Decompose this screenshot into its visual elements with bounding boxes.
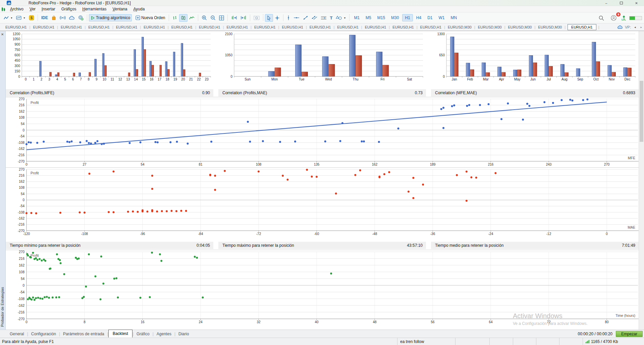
- tabs-scroll-right[interactable]: ▸: [639, 25, 643, 29]
- menu-item-insertar[interactable]: Insertar: [39, 6, 58, 12]
- tester-tab-par-metros-de-entrada[interactable]: Parámetros de entrada: [60, 331, 107, 337]
- cloud-button[interactable]: [67, 14, 76, 21]
- chart-tab[interactable]: EURUSD,H1: [59, 24, 84, 30]
- chart-tab-active[interactable]: EURUSD,H1: [568, 24, 596, 30]
- minimize-button[interactable]: –: [599, 0, 614, 6]
- vps-label[interactable]: VP:: [625, 25, 631, 29]
- chart-tab[interactable]: EURUSD,M30: [536, 24, 564, 30]
- trendline-tool-button[interactable]: [301, 14, 310, 21]
- vps-button[interactable]: [76, 14, 85, 22]
- chart-tab[interactable]: EURUSD,H1: [418, 24, 444, 30]
- text-tool-button[interactable]: T: [328, 14, 334, 22]
- tile-windows-button[interactable]: [217, 14, 226, 22]
- chart-tab[interactable]: EURUSD,H1: [114, 24, 140, 30]
- line-mode-icon: [189, 15, 195, 20]
- tester-tab-general[interactable]: General: [7, 331, 27, 337]
- menu-item-ver[interactable]: Ver: [26, 6, 39, 12]
- cursor-icon: [267, 15, 271, 20]
- timeframe-w1[interactable]: W1: [436, 14, 447, 21]
- timeframe-m1[interactable]: M1: [351, 14, 362, 21]
- deposit-button[interactable]: $: [27, 14, 36, 22]
- close-button[interactable]: ✕: [629, 0, 644, 6]
- tester-tab-diario[interactable]: Diario: [175, 331, 192, 337]
- cursor-tool-button[interactable]: [265, 14, 273, 22]
- svg-text:80: 80: [605, 320, 609, 324]
- start-button[interactable]: Empezar: [616, 331, 643, 337]
- menu-item-herramientas[interactable]: Herramientas: [79, 6, 109, 12]
- chart-tab[interactable]: EURUSD,H1: [31, 24, 56, 30]
- menu-item-ayuda[interactable]: Ayuda: [130, 6, 148, 12]
- tester-close-icon[interactable]: ✕: [1, 33, 4, 36]
- candles-mode-button[interactable]: [179, 14, 187, 22]
- chart-type-button[interactable]: ▼: [2, 14, 14, 21]
- shift-back-button[interactable]: [239, 14, 248, 21]
- chart-tab[interactable]: EURUSD,H1: [225, 24, 250, 30]
- svg-text:216: 216: [19, 174, 24, 177]
- chart-tab[interactable]: EURUSD,H1: [308, 24, 333, 30]
- menu-item-ventana[interactable]: Ventana: [109, 6, 130, 12]
- svg-text:Fri: Fri: [381, 77, 385, 81]
- tester-scrollbar[interactable]: [639, 31, 644, 330]
- chart-tab[interactable]: EURUSD,H1: [86, 24, 112, 30]
- chart-tab[interactable]: EURUSD,H1: [363, 24, 388, 30]
- chart-tab[interactable]: EURUSD,H1: [3, 24, 29, 30]
- tabs-scroll-left[interactable]: ◂: [633, 25, 637, 29]
- timeframe-m5[interactable]: M5: [363, 14, 374, 21]
- ide-button[interactable]: IDE: [40, 14, 50, 21]
- chart-tab[interactable]: EURUSD,H1: [142, 24, 167, 30]
- svg-text:0: 0: [22, 198, 24, 202]
- chart-tab[interactable]: EURUSD,H1: [390, 24, 416, 30]
- chart-tab[interactable]: EURUSD,H1: [280, 24, 305, 30]
- menu-item-archivo[interactable]: Archivo: [7, 6, 26, 12]
- timeframe-m15[interactable]: M15: [375, 14, 388, 21]
- chart-tab[interactable]: EURUSD,H1: [335, 24, 361, 30]
- timeframe-h4[interactable]: H4: [414, 14, 424, 21]
- market-button[interactable]: [50, 14, 58, 22]
- timeframe-m30[interactable]: M30: [388, 14, 401, 21]
- scrollbar-thumb[interactable]: [640, 81, 643, 142]
- timeframe-mn[interactable]: MN: [448, 14, 460, 21]
- chart-tab[interactable]: EURUSD,M30: [506, 24, 534, 30]
- zoom-in-button[interactable]: [200, 14, 209, 22]
- zoom-out-button[interactable]: [209, 14, 217, 22]
- signals-button[interactable]: [58, 14, 67, 21]
- avatar-icon: [611, 15, 616, 21]
- status-connection-cell[interactable]: 1165 / 4700 Kb: [583, 338, 644, 345]
- svg-text:17: 17: [158, 77, 162, 81]
- chart-tab[interactable]: EURUSD,M30: [476, 24, 504, 30]
- screenshot-button[interactable]: [252, 14, 261, 22]
- hline-tool-button[interactable]: [292, 15, 301, 21]
- chart-tab[interactable]: EURUSD,H1: [197, 24, 222, 30]
- timeframe-d1[interactable]: D1: [425, 14, 435, 21]
- menu-item-gráficos[interactable]: Gráficos: [58, 6, 79, 12]
- svg-text:270: 270: [604, 163, 610, 166]
- search-button[interactable]: [597, 14, 606, 22]
- vline-tool-button[interactable]: [285, 14, 292, 22]
- algo-trading-button[interactable]: Trading algorítmico: [89, 14, 132, 21]
- svg-text:23: 23: [205, 77, 209, 81]
- shapes-tool-button[interactable]: ▼: [334, 14, 347, 21]
- shift-end-button[interactable]: [229, 14, 239, 21]
- holding-time-strip: Tiempo mínimo para retener la posición0:…: [6, 242, 639, 249]
- profile-button[interactable]: 9: [609, 14, 618, 22]
- vps-cloud-icon[interactable]: [618, 25, 623, 29]
- timeframe-h1[interactable]: H1: [402, 14, 413, 21]
- line-mode-button[interactable]: [187, 14, 196, 21]
- chart-tab[interactable]: EURUSD,M30: [446, 24, 474, 30]
- tester-tab-agentes[interactable]: Agentes: [154, 331, 174, 337]
- new-chart-button[interactable]: ▼: [14, 14, 27, 21]
- tester-tab-configuraci-n[interactable]: Configuración: [28, 331, 59, 337]
- chart-tab[interactable]: EURUSD,H1: [169, 24, 195, 30]
- channel-tool-button[interactable]: [310, 14, 319, 21]
- crosshair-tool-button[interactable]: [273, 14, 281, 22]
- bars-mode-button[interactable]: [171, 14, 179, 22]
- chevron-down-icon: ▼: [23, 17, 25, 19]
- tester-tab-backtest[interactable]: Backtest: [108, 330, 132, 338]
- svg-text:-216: -216: [18, 153, 24, 157]
- maximize-button[interactable]: [614, 0, 629, 6]
- new-order-button[interactable]: Nueva Orden: [134, 14, 167, 21]
- chart-tab[interactable]: EURUSD,H1: [252, 24, 278, 30]
- tester-tab-gr-fico[interactable]: Gráfico: [133, 331, 153, 337]
- level-indicator[interactable]: LVL: [622, 15, 626, 21]
- fibonacci-tool-button[interactable]: [319, 14, 328, 21]
